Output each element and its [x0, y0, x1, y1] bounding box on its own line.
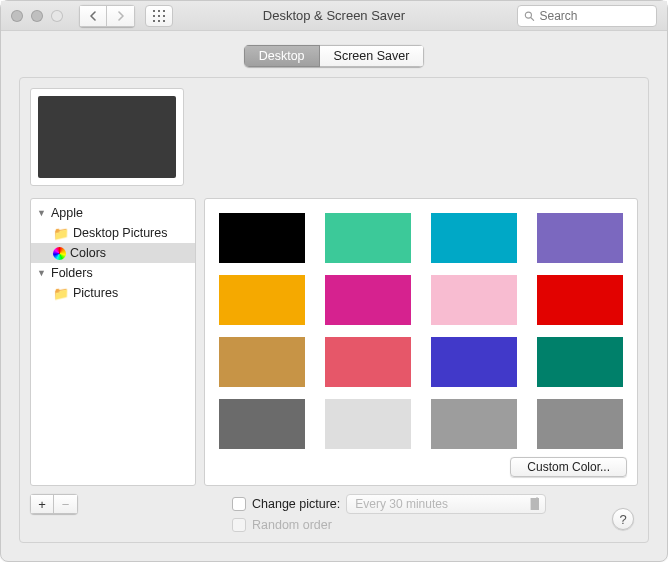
group-apple-label: Apple [51, 206, 83, 220]
preferences-window: Desktop & Screen Saver Desktop Screen Sa… [0, 0, 668, 562]
svg-point-9 [525, 12, 531, 18]
remove-button: − [54, 494, 78, 514]
folder-icon: 📁 [53, 287, 69, 300]
color-grid-wrap: Custom Color... [204, 198, 638, 486]
change-picture-row: Change picture: Every 30 minutes ˄˅ [232, 494, 546, 514]
stepper-icon: ˄˅ [535, 497, 539, 513]
sidebar-item-pictures[interactable]: 📁 Pictures [31, 283, 195, 303]
color-swatch[interactable] [537, 275, 623, 325]
chevron-down-icon: ▼ [37, 268, 47, 278]
svg-rect-3 [153, 15, 155, 17]
svg-rect-5 [163, 15, 165, 17]
change-picture-options: Change picture: Every 30 minutes ˄˅ Rand… [232, 494, 546, 532]
desktop-preview-frame [30, 88, 184, 186]
titlebar: Desktop & Screen Saver [1, 1, 667, 31]
color-swatch[interactable] [325, 213, 411, 263]
color-swatch[interactable] [219, 213, 305, 263]
desktop-preview [38, 96, 176, 178]
add-button[interactable]: + [30, 494, 54, 514]
zoom-icon[interactable] [51, 10, 63, 22]
svg-rect-7 [158, 20, 160, 22]
forward-button[interactable] [107, 5, 135, 27]
sidebar-item-label: Pictures [73, 286, 118, 300]
split-area: ▼ Apple 📁 Desktop Pictures Colors ▼ Fold… [30, 198, 638, 486]
search-field[interactable] [517, 5, 657, 27]
tab-desktop[interactable]: Desktop [244, 45, 320, 67]
color-grid [205, 199, 637, 451]
search-icon [524, 10, 535, 22]
svg-rect-2 [163, 10, 165, 12]
color-swatch[interactable] [325, 337, 411, 387]
bottom-controls: + − Change picture: Every 30 minutes ˄˅ [30, 494, 638, 532]
svg-line-10 [531, 17, 534, 20]
rainbow-icon [53, 247, 66, 260]
help-button[interactable]: ? [612, 508, 634, 530]
tab-screen-saver-label: Screen Saver [334, 49, 410, 63]
color-swatch[interactable] [325, 399, 411, 449]
random-order-label: Random order [252, 518, 332, 532]
close-icon[interactable] [11, 10, 23, 22]
color-swatch[interactable] [431, 213, 517, 263]
minimize-icon[interactable] [31, 10, 43, 22]
grid-button[interactable] [145, 5, 173, 27]
group-apple[interactable]: ▼ Apple [31, 203, 195, 223]
search-input[interactable] [540, 9, 650, 23]
window-controls [11, 10, 63, 22]
sidebar-item-desktop-pictures[interactable]: 📁 Desktop Pictures [31, 223, 195, 243]
color-swatch[interactable] [431, 275, 517, 325]
color-swatch[interactable] [537, 337, 623, 387]
interval-select: Every 30 minutes ˄˅ [346, 494, 546, 514]
sidebar-item-colors[interactable]: Colors [31, 243, 195, 263]
interval-value: Every 30 minutes [355, 497, 448, 511]
svg-rect-8 [163, 20, 165, 22]
random-order-checkbox [232, 518, 246, 532]
svg-rect-0 [153, 10, 155, 12]
content-area: Desktop Screen Saver ▼ Apple 📁 Desktop P… [1, 31, 667, 561]
color-swatch[interactable] [325, 275, 411, 325]
color-swatch[interactable] [537, 213, 623, 263]
sidebar-item-label: Desktop Pictures [73, 226, 167, 240]
group-folders-label: Folders [51, 266, 93, 280]
svg-rect-4 [158, 15, 160, 17]
add-remove-group: + − [30, 494, 78, 514]
group-folders[interactable]: ▼ Folders [31, 263, 195, 283]
folder-icon: 📁 [53, 227, 69, 240]
svg-rect-6 [153, 20, 155, 22]
random-order-row: Random order [232, 518, 546, 532]
tab-desktop-label: Desktop [259, 49, 305, 63]
color-swatch[interactable] [431, 337, 517, 387]
tabs: Desktop Screen Saver [244, 45, 425, 67]
color-swatch[interactable] [537, 399, 623, 449]
change-picture-label: Change picture: [252, 497, 340, 511]
color-swatch[interactable] [219, 399, 305, 449]
grid-footer: Custom Color... [205, 451, 637, 485]
custom-color-button[interactable]: Custom Color... [510, 457, 627, 477]
color-swatch[interactable] [219, 275, 305, 325]
back-button[interactable] [79, 5, 107, 27]
sidebar-item-label: Colors [70, 246, 106, 260]
change-picture-checkbox[interactable] [232, 497, 246, 511]
color-swatch[interactable] [219, 337, 305, 387]
color-swatch[interactable] [431, 399, 517, 449]
nav-buttons [79, 5, 135, 27]
svg-rect-1 [158, 10, 160, 12]
source-sidebar[interactable]: ▼ Apple 📁 Desktop Pictures Colors ▼ Fold… [30, 198, 196, 486]
desktop-panel: ▼ Apple 📁 Desktop Pictures Colors ▼ Fold… [19, 77, 649, 543]
tab-screen-saver[interactable]: Screen Saver [320, 45, 425, 67]
chevron-down-icon: ▼ [37, 208, 47, 218]
